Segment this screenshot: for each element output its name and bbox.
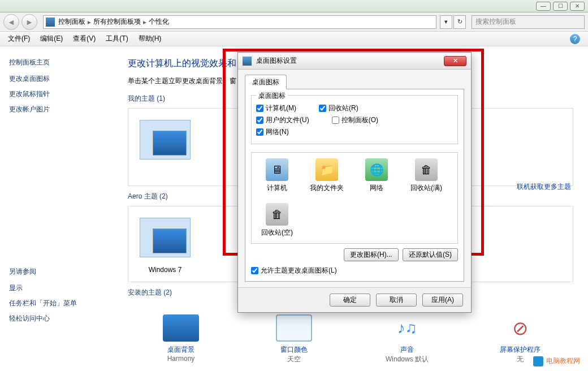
icon-item-network[interactable]: 🌐网络 <box>357 158 396 193</box>
watermark: 电脑教程网 <box>533 356 580 366</box>
back-button[interactable]: ◄ <box>3 14 19 30</box>
bottom-label: 窗口颜色 <box>252 345 336 355</box>
theme-thumb-unsaved[interactable] <box>140 120 191 159</box>
menu-help[interactable]: 帮助(H) <box>139 34 162 44</box>
breadcrumb[interactable]: 控制面板▸ 所有控制面板项▸ 个性化 <box>43 15 436 29</box>
menu-bar: 文件(F) 编辑(E) 查看(V) 工具(T) 帮助(H) ? <box>0 32 588 46</box>
control-panel-icon <box>46 18 55 27</box>
search-input[interactable]: 搜索控制面板 <box>472 15 585 29</box>
theme-label-win7: Windows 7 <box>136 266 194 274</box>
icon-item-recycle-full[interactable]: 🗑回收站(满) <box>407 158 446 193</box>
apply-button[interactable]: 应用(A) <box>422 294 463 307</box>
sidebar-link-account-picture[interactable]: 更改帐户图片 <box>9 105 104 114</box>
checkbox-userfiles[interactable]: 用户的文件(U) <box>256 115 309 125</box>
crumb-3[interactable]: 个性化 <box>149 17 169 27</box>
bottom-sublabel: 天空 <box>252 355 336 364</box>
help-icon[interactable]: ? <box>570 34 580 44</box>
checkbox-computer[interactable]: 计算机(M) <box>256 103 296 113</box>
close-button[interactable]: ✕ <box>570 2 585 11</box>
theme-thumb-win7[interactable] <box>140 218 191 257</box>
dialog-footer: 确定 取消 应用(A) <box>238 287 471 312</box>
bottom-sound[interactable]: ♪♫ 声音 Windows 默认 <box>365 314 449 364</box>
cancel-button[interactable]: 取消 <box>376 294 417 307</box>
bottom-label: 桌面背景 <box>139 345 223 355</box>
group-legend: 桌面图标 <box>256 91 288 101</box>
refresh-button[interactable]: ↻ <box>453 15 466 29</box>
sidebar-link-taskbar[interactable]: 任务栏和「开始」菜单 <box>9 299 104 308</box>
sidebar-heading-seealso: 另请参阅 <box>9 267 104 277</box>
bottom-desktop-background[interactable]: 桌面背景 Harmony <box>139 314 223 364</box>
dialog-title-icon <box>243 57 252 66</box>
window-color-icon <box>276 314 312 342</box>
menu-file[interactable]: 文件(F) <box>8 34 30 44</box>
bottom-window-color[interactable]: 窗口颜色 天空 <box>252 314 336 364</box>
menu-edit[interactable]: 编辑(E) <box>40 34 63 44</box>
recyclebin-empty-icon: 🗑 <box>266 203 288 226</box>
computer-icon: 🖥 <box>266 158 288 181</box>
icon-item-recycle-empty[interactable]: 🗑回收站(空) <box>257 203 297 238</box>
sound-icon: ♪♫ <box>389 314 425 342</box>
link-more-themes[interactable]: 联机获取更多主题 <box>517 182 571 192</box>
menu-view[interactable]: 查看(V) <box>73 34 96 44</box>
bottom-row: 桌面背景 Harmony 窗口颜色 天空 ♪♫ 声音 Windows 默认 ⊘ … <box>124 314 577 364</box>
icon-preview-row: 🖥计算机 📁我的文件夹 🌐网络 🗑回收站(满) 🗑回收站(空) <box>251 152 458 244</box>
checkbox-allow-themes[interactable]: 允许主题更改桌面图标(L) <box>251 266 458 275</box>
checkbox-controlpanel[interactable]: 控制面板(O) <box>332 115 378 125</box>
checkbox-recyclebin[interactable]: 回收站(R) <box>319 103 358 113</box>
restore-defaults-button[interactable]: 还原默认值(S) <box>403 248 458 261</box>
network-icon: 🌐 <box>365 158 388 181</box>
icon-item-computer[interactable]: 🖥计算机 <box>257 158 297 193</box>
bottom-sublabel: Harmony <box>139 355 223 363</box>
dialog-titlebar: 桌面图标设置 ✕ <box>238 53 471 70</box>
recyclebin-full-icon: 🗑 <box>415 158 438 181</box>
group-desktop-icons: 桌面图标 计算机(M) 回收站(R) 用户的文件(U) 控制面板(O) 网络(N… <box>251 95 458 144</box>
desktop-icon-settings-dialog: 桌面图标设置 ✕ 桌面图标 桌面图标 计算机(M) 回收站(R) 用户的文件(U… <box>237 52 472 313</box>
checkbox-network[interactable]: 网络(N) <box>256 127 289 137</box>
address-dropdown-button[interactable]: ▾ <box>440 15 452 29</box>
window-titlebar: — ☐ ✕ <box>0 0 588 12</box>
bottom-label: 声音 <box>365 345 449 355</box>
desktop-background-icon <box>163 314 199 342</box>
menu-tools[interactable]: 工具(T) <box>106 34 128 44</box>
folder-icon: 📁 <box>315 158 338 181</box>
sidebar: 控制面板主页 更改桌面图标 更改鼠标指针 更改帐户图片 另请参阅 显示 任务栏和… <box>0 46 113 371</box>
bottom-sublabel: Windows 默认 <box>365 355 449 364</box>
dialog-title: 桌面图标设置 <box>256 56 297 66</box>
sidebar-link-desktop-icons[interactable]: 更改桌面图标 <box>9 74 104 84</box>
sidebar-link-mouse-pointer[interactable]: 更改鼠标指针 <box>9 89 104 99</box>
tab-desktop-icons[interactable]: 桌面图标 <box>245 75 287 89</box>
sidebar-heading: 控制面板主页 <box>9 58 104 67</box>
address-bar-row: ◄ ► 控制面板▸ 所有控制面板项▸ 个性化 ▾ ↻ 搜索控制面板 <box>0 12 588 32</box>
change-icon-button[interactable]: 更改图标(H)... <box>344 248 399 261</box>
crumb-2[interactable]: 所有控制面板项 <box>93 17 141 27</box>
icon-item-myfolder[interactable]: 📁我的文件夹 <box>307 158 347 193</box>
maximize-button[interactable]: ☐ <box>553 2 568 11</box>
dialog-close-button[interactable]: ✕ <box>444 56 466 66</box>
ok-button[interactable]: 确定 <box>330 294 370 307</box>
crumb-1[interactable]: 控制面板 <box>58 17 85 27</box>
screensaver-icon: ⊘ <box>502 314 538 342</box>
sidebar-link-display[interactable]: 显示 <box>9 283 104 293</box>
minimize-button[interactable]: — <box>536 2 551 11</box>
sidebar-link-ease-of-access[interactable]: 轻松访问中心 <box>9 314 104 323</box>
watermark-icon <box>533 356 543 366</box>
bottom-label: 屏幕保护程序 <box>478 345 563 355</box>
forward-button[interactable]: ► <box>21 14 37 30</box>
